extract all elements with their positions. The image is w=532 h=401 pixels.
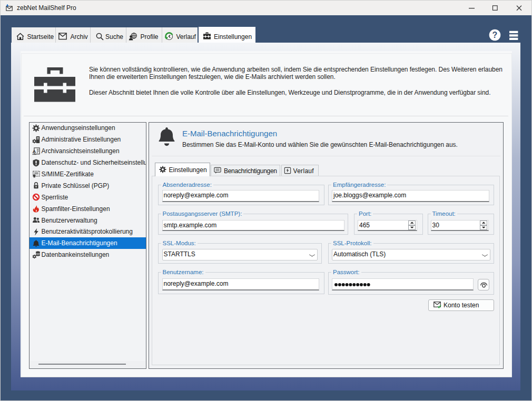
svg-text:?: ? xyxy=(492,31,498,39)
svg-text:A: A xyxy=(32,148,36,154)
